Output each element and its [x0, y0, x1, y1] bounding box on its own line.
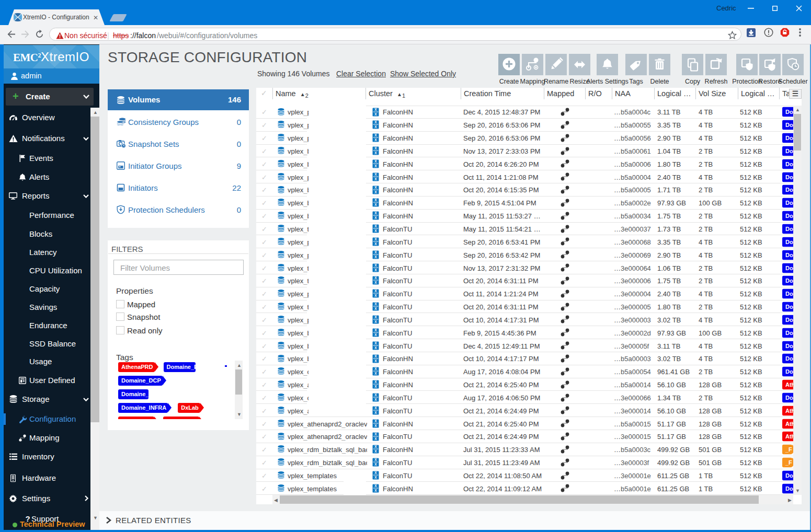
svg-text:X: X — [374, 354, 377, 358]
svg-text:X: X — [374, 484, 377, 488]
svg-text:X: X — [374, 462, 377, 466]
svg-text:X: X — [374, 385, 377, 388]
svg-text:X: X — [374, 333, 377, 337]
svg-text:X: X — [374, 489, 377, 492]
svg-text:X: X — [374, 133, 377, 137]
svg-text:X: X — [374, 315, 377, 319]
svg-text:X: X — [374, 302, 377, 306]
svg-text:X: X — [374, 263, 377, 267]
svg-text:X: X — [374, 255, 377, 259]
svg-text:X: X — [374, 281, 377, 284]
svg-text:X: X — [374, 268, 377, 272]
svg-text:X: X — [374, 471, 377, 475]
svg-text:X: X — [374, 186, 377, 189]
svg-text:X: X — [374, 419, 377, 423]
svg-text:X: X — [374, 121, 377, 124]
svg-text:X: X — [374, 112, 377, 116]
svg-text:X: X — [374, 367, 377, 371]
svg-text:X: X — [374, 476, 377, 479]
svg-text:X: X — [374, 164, 377, 168]
svg-text:X: X — [374, 432, 377, 436]
svg-text:X: X — [374, 237, 377, 241]
svg-text:X: X — [374, 276, 377, 280]
svg-text:X: X — [374, 406, 377, 410]
svg-text:X: X — [374, 294, 377, 297]
svg-text:X: X — [374, 411, 377, 414]
svg-text:X: X — [374, 242, 377, 246]
svg-text:X: X — [374, 199, 377, 202]
svg-text:X: X — [374, 108, 377, 111]
svg-text:X: X — [374, 203, 377, 206]
svg-text:X: X — [374, 211, 377, 215]
svg-text:X: X — [374, 125, 377, 129]
svg-text:X: X — [374, 445, 377, 449]
svg-text:X: X — [374, 290, 377, 293]
svg-text:X: X — [374, 328, 377, 332]
svg-text:X: X — [374, 177, 377, 181]
svg-text:X: X — [374, 250, 377, 254]
svg-text:X: X — [374, 172, 377, 176]
svg-text:X: X — [374, 437, 377, 441]
svg-text:X: X — [374, 159, 377, 163]
svg-text:X: X — [374, 359, 377, 363]
svg-text:X: X — [374, 398, 377, 401]
svg-text:X: X — [374, 307, 377, 310]
svg-text:X: X — [374, 224, 377, 228]
svg-text:X: X — [374, 146, 377, 150]
svg-text:X: X — [374, 190, 377, 194]
svg-text:X: X — [374, 151, 377, 155]
svg-text:X: X — [374, 346, 377, 350]
svg-text:X: X — [374, 138, 377, 142]
svg-text:X: X — [374, 393, 377, 397]
svg-text:X: X — [374, 372, 377, 375]
svg-text:X: X — [374, 341, 377, 345]
svg-text:X: X — [374, 380, 377, 384]
svg-text:X: X — [374, 229, 377, 233]
svg-text:X: X — [374, 320, 377, 323]
svg-text:X: X — [374, 449, 377, 453]
svg-text:X: X — [374, 458, 377, 461]
svg-text:X: X — [374, 216, 377, 219]
svg-text:X: X — [374, 424, 377, 427]
